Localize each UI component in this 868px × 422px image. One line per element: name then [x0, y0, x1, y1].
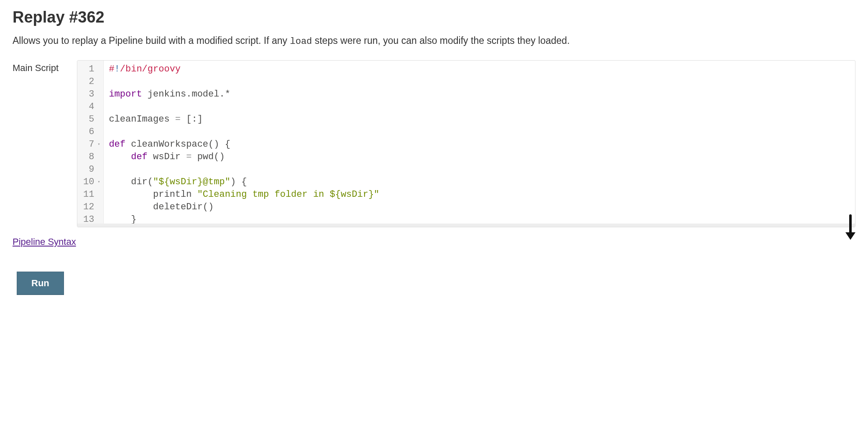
code-line[interactable]: def wsDir = pwd() — [109, 151, 850, 163]
code-line[interactable] — [109, 76, 850, 88]
code-line[interactable]: def cleanWorkspace() { — [109, 138, 850, 151]
code-line[interactable]: dir("${wsDir}@tmp") { — [109, 176, 850, 188]
editor-scrollbar-track[interactable] — [77, 224, 855, 227]
code-line[interactable]: deleteDir() — [109, 201, 850, 214]
line-number: 1 — [83, 63, 100, 76]
line-number: 11 — [83, 188, 100, 201]
line-number: 8 — [83, 151, 100, 163]
line-number: 10▾ — [83, 176, 100, 188]
page-description: Allows you to replay a Pipeline build wi… — [13, 34, 855, 48]
main-script-row: Main Script 1234567▾8910▾111213 #!/bin/g… — [13, 60, 855, 227]
line-number: 2 — [83, 76, 100, 88]
code-line[interactable] — [109, 163, 850, 176]
editor-code[interactable]: #!/bin/groovyimport jenkins.model.*clean… — [104, 61, 855, 227]
description-text-pre: Allows you to replay a Pipeline build wi… — [13, 35, 290, 46]
code-line[interactable]: println "Cleaning tmp folder in ${wsDir}… — [109, 188, 850, 201]
line-number: 6 — [83, 126, 100, 138]
run-button[interactable]: Run — [17, 272, 64, 295]
fold-toggle-icon[interactable]: ▾ — [96, 179, 100, 185]
description-code: load — [290, 36, 312, 47]
code-line[interactable]: cleanImages = [:] — [109, 113, 850, 126]
line-number: 3 — [83, 88, 100, 101]
code-line[interactable]: import jenkins.model.* — [109, 88, 850, 101]
pipeline-syntax-link[interactable]: Pipeline Syntax — [13, 236, 76, 247]
line-number: 4 — [83, 101, 100, 113]
code-line[interactable] — [109, 126, 850, 138]
page-title: Replay #362 — [13, 8, 855, 26]
fold-toggle-icon[interactable]: ▾ — [96, 142, 100, 147]
line-number: 12 — [83, 201, 100, 214]
code-line[interactable]: #!/bin/groovy — [109, 63, 850, 76]
line-number: 5 — [83, 113, 100, 126]
description-text-post: steps were run, you can also modify the … — [312, 35, 569, 46]
main-script-label: Main Script — [13, 60, 67, 74]
line-number: 9 — [83, 163, 100, 176]
script-editor[interactable]: 1234567▾8910▾111213 #!/bin/groovyimport … — [77, 60, 855, 227]
editor-gutter: 1234567▾8910▾111213 — [77, 61, 104, 227]
code-line[interactable] — [109, 101, 850, 113]
line-number: 7▾ — [83, 138, 100, 151]
